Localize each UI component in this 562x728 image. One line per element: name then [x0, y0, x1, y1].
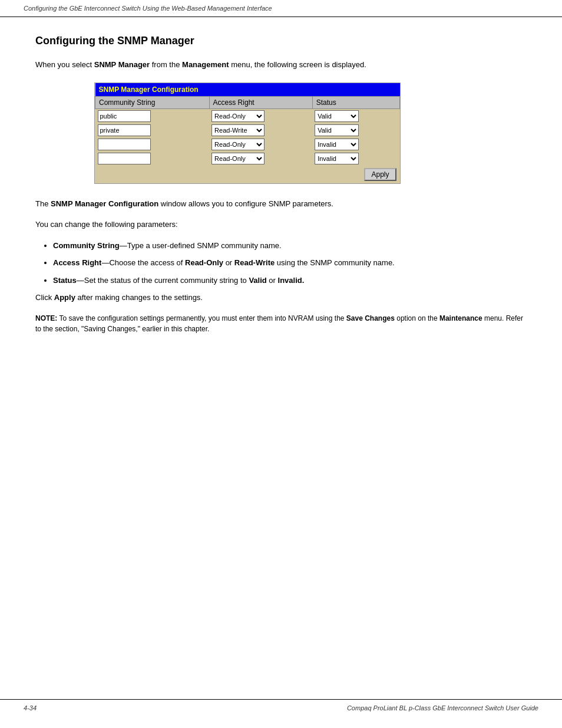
- change-params-label: You can change the following parameters:: [35, 219, 527, 230]
- section-title: Configuring the SNMP Manager: [35, 35, 527, 47]
- bullet-community: Community String—Type a user-defined SNM…: [53, 240, 527, 252]
- note-text2: option on the: [395, 314, 439, 322]
- status-cell-2[interactable]: Valid Invalid: [312, 123, 399, 137]
- intro-bold-mgmt: Management: [182, 60, 229, 69]
- intro-text-1: When you select: [35, 60, 94, 69]
- bullet-list: Community String—Type a user-defined SNM…: [53, 240, 527, 286]
- community-input-1[interactable]: [98, 110, 151, 122]
- desc-part2: window allows you to configure SNMP para…: [158, 199, 333, 208]
- apply-cell: Apply: [95, 166, 400, 183]
- snmp-row-3: Read-Only Read-Write Valid Invalid: [95, 137, 400, 151]
- status-select-1[interactable]: Valid Invalid: [315, 110, 359, 122]
- click-apply-paragraph: Click Apply after making changes to the …: [35, 292, 527, 304]
- access-cell-3[interactable]: Read-Only Read-Write: [209, 137, 312, 151]
- community-input-3[interactable]: [98, 139, 151, 150]
- community-cell-4[interactable]: [95, 151, 210, 166]
- snmp-column-headers: Community String Access Right Status: [95, 96, 400, 108]
- community-input-4[interactable]: [98, 153, 151, 164]
- click-apply-text1: Click: [35, 293, 54, 302]
- footer-guide-title: Compaq ProLiant BL p-Class GbE Interconn…: [347, 704, 538, 711]
- bullet-valid: Valid: [249, 276, 266, 285]
- bullet-read-only: Read-Only: [185, 258, 223, 267]
- snmp-row-2: Read-Only Read-Write Valid Invalid: [95, 123, 400, 137]
- description-paragraph: The SNMP Manager Configuration window al…: [35, 198, 527, 210]
- desc-part1: The: [35, 199, 51, 208]
- page-header: Configuring the GbE Interconnect Switch …: [0, 0, 562, 17]
- header-text: Configuring the GbE Interconnect Switch …: [24, 5, 272, 12]
- status-select-3[interactable]: Valid Invalid: [315, 139, 359, 150]
- bullet-community-label: Community String: [53, 241, 120, 250]
- status-cell-3[interactable]: Valid Invalid: [312, 137, 399, 151]
- note-label: NOTE:: [35, 314, 57, 322]
- bullet-access-label: Access Right: [53, 258, 101, 267]
- note-text1: To save the configuration settings perma…: [57, 314, 346, 322]
- apply-button[interactable]: Apply: [364, 168, 396, 181]
- bullet-invalid: Invalid.: [278, 276, 305, 285]
- snmp-config-table: SNMP Manager Configuration Community Str…: [95, 83, 400, 183]
- click-apply-text2: after making changes to the settings.: [75, 293, 203, 302]
- community-cell-2[interactable]: [95, 123, 210, 137]
- intro-text-3: menu, the following screen is displayed.: [229, 60, 366, 69]
- bullet-community-sep: —: [120, 241, 127, 250]
- access-select-4[interactable]: Read-Only Read-Write: [211, 153, 265, 164]
- snmp-table-title: SNMP Manager Configuration: [95, 83, 400, 97]
- col-access: Access Right: [209, 96, 312, 108]
- bullet-read-write: Read-Write: [234, 258, 275, 267]
- snmp-config-screenshot: SNMP Manager Configuration Community Str…: [94, 83, 401, 184]
- desc-bold: SNMP Manager Configuration: [51, 199, 158, 208]
- bullet-access-sep: —: [101, 258, 109, 267]
- access-select-3[interactable]: Read-Only Read-Write: [211, 139, 265, 150]
- snmp-row-1: Read-Only Read-Write Valid Invalid: [95, 108, 400, 123]
- access-cell-4[interactable]: Read-Only Read-Write: [209, 151, 312, 166]
- bullet-status-sep: —: [77, 276, 84, 285]
- access-select-2[interactable]: Read-Only Read-Write: [211, 124, 265, 136]
- click-apply-bold: Apply: [54, 293, 75, 302]
- note-paragraph: NOTE: To save the configuration settings…: [35, 313, 527, 334]
- community-cell-1[interactable]: [95, 108, 210, 123]
- page-footer: 4-34 Compaq ProLiant BL p-Class GbE Inte…: [0, 699, 562, 716]
- note-maintenance: Maintenance: [439, 314, 482, 322]
- status-select-4[interactable]: Valid Invalid: [315, 153, 359, 164]
- snmp-title-row: SNMP Manager Configuration: [95, 83, 400, 97]
- community-input-2[interactable]: [98, 124, 151, 136]
- community-cell-3[interactable]: [95, 137, 210, 151]
- bullet-access: Access Right—Choose the access of Read-O…: [53, 257, 527, 269]
- access-cell-1[interactable]: Read-Only Read-Write: [209, 108, 312, 123]
- intro-paragraph: When you select SNMP Manager from the Ma…: [35, 59, 527, 71]
- status-cell-1[interactable]: Valid Invalid: [312, 108, 399, 123]
- col-community: Community String: [95, 96, 210, 108]
- status-cell-4[interactable]: Valid Invalid: [312, 151, 399, 166]
- access-cell-2[interactable]: Read-Only Read-Write: [209, 123, 312, 137]
- intro-text-2: from the: [150, 60, 182, 69]
- footer-page-number: 4-34: [24, 704, 37, 711]
- page-content: Configuring the SNMP Manager When you se…: [0, 17, 562, 370]
- access-select-1[interactable]: Read-Only Read-Write: [211, 110, 265, 122]
- intro-bold-snmp: SNMP Manager: [94, 60, 150, 69]
- note-save-changes: Save Changes: [346, 314, 395, 322]
- bullet-status: Status—Set the status of the current com…: [53, 275, 527, 286]
- bullet-status-label: Status: [53, 276, 77, 285]
- col-status: Status: [312, 96, 399, 108]
- snmp-row-4: Read-Only Read-Write Valid Invalid: [95, 151, 400, 166]
- apply-row: Apply: [95, 166, 400, 183]
- status-select-2[interactable]: Valid Invalid: [315, 124, 359, 136]
